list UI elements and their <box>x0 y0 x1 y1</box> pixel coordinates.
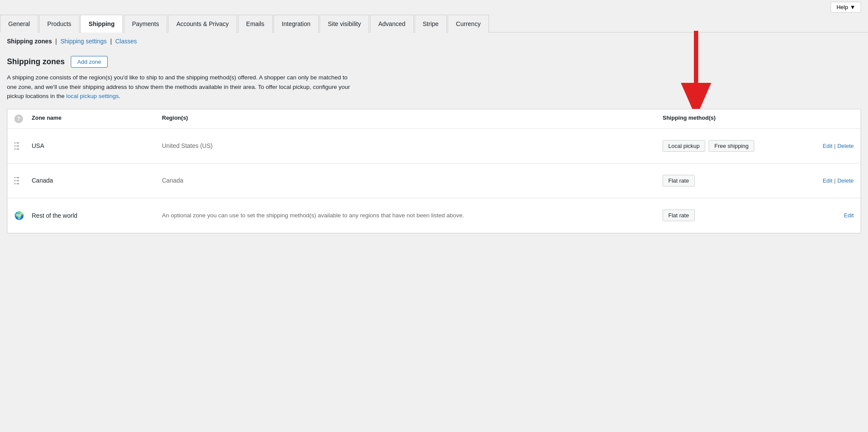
zone-name-canada: Canada <box>32 177 162 184</box>
section-title: Shipping zones <box>7 57 65 66</box>
method-badge-flat-rate-world: Flat rate <box>663 209 695 221</box>
zone-name-rest-of-world: Rest of the world <box>32 212 162 219</box>
tab-currency[interactable]: Currency <box>448 15 489 33</box>
table-header: ? Zone name Region(s) Shipping method(s) <box>7 109 861 129</box>
methods-usa: Local pickup Free shipping <box>663 140 793 152</box>
table-row: Canada Canada Flat rate Edit | Delete <box>7 164 861 198</box>
sub-navigation: Shipping zones | Shipping settings | Cla… <box>7 33 861 48</box>
method-badge-local-pickup: Local pickup <box>663 140 705 152</box>
delete-usa-link[interactable]: Delete <box>837 143 854 149</box>
question-icon[interactable]: ? <box>14 115 23 123</box>
tab-advanced[interactable]: Advanced <box>370 15 413 33</box>
tab-shipping[interactable]: Shipping <box>80 15 123 33</box>
zone-name-usa: USA <box>32 142 162 149</box>
subnav-link-shipping-settings[interactable]: Shipping settings <box>60 38 107 45</box>
subnav-current: Shipping zones <box>7 38 52 45</box>
row-actions-canada: Edit | Delete <box>793 177 854 184</box>
methods-canada: Flat rate <box>663 175 793 187</box>
header-shipping-methods: Shipping method(s) <box>663 115 793 123</box>
description-text: A shipping zone consists of the region(s… <box>7 74 350 99</box>
methods-rest-of-world: Flat rate <box>663 209 793 221</box>
table-row: 🌍 Rest of the world An optional zone you… <box>7 198 861 233</box>
header-icon-col: ? <box>14 115 32 123</box>
header-zone-name: Zone name <box>32 115 162 123</box>
add-zone-button[interactable]: Add zone <box>71 56 108 68</box>
tab-emails[interactable]: Emails <box>238 15 273 33</box>
delete-canada-link[interactable]: Delete <box>837 177 854 184</box>
help-label: Help <box>836 4 848 10</box>
local-pickup-link[interactable]: local pickup settings <box>66 93 119 99</box>
shipping-zones-table: ? Zone name Region(s) Shipping method(s) <box>7 109 861 233</box>
row-actions-usa: Edit | Delete <box>793 143 854 149</box>
main-content: Shipping zones | Shipping settings | Cla… <box>0 33 868 244</box>
region-rest-of-world: An optional zone you can use to set the … <box>162 211 663 220</box>
method-badge-free-shipping: Free shipping <box>709 140 754 152</box>
drag-handle-canada[interactable] <box>14 177 32 184</box>
tab-site-visibility[interactable]: Site visibility <box>320 15 369 33</box>
drag-handle-usa[interactable] <box>14 142 32 150</box>
row-actions-rest-of-world: Edit <box>793 212 854 219</box>
table-row: USA United States (US) Local pickup Free… <box>7 129 861 164</box>
help-chevron: ▼ <box>850 4 855 10</box>
globe-icon: 🌍 <box>14 211 32 220</box>
section-title-row: Shipping zones Add zone <box>7 56 861 68</box>
tab-stripe[interactable]: Stripe <box>415 15 447 33</box>
tab-payments[interactable]: Payments <box>124 15 167 33</box>
section-description: A shipping zone consists of the region(s… <box>7 73 354 101</box>
tab-integration[interactable]: Integration <box>274 15 319 33</box>
tab-accounts-privacy[interactable]: Accounts & Privacy <box>168 15 237 33</box>
tab-products[interactable]: Products <box>39 15 79 33</box>
edit-rest-of-world-link[interactable]: Edit <box>844 212 854 219</box>
help-button[interactable]: Help ▼ <box>831 2 861 13</box>
header-regions: Region(s) <box>162 115 663 123</box>
region-canada: Canada <box>162 177 663 184</box>
edit-canada-link[interactable]: Edit <box>823 177 832 184</box>
region-usa: United States (US) <box>162 142 663 149</box>
method-badge-flat-rate-canada: Flat rate <box>663 175 695 187</box>
subnav-link-classes[interactable]: Classes <box>116 38 137 45</box>
tabs-bar: GeneralProductsShippingPaymentsAccounts … <box>0 14 868 33</box>
shipping-zones-table-wrapper: ? Zone name Region(s) Shipping method(s) <box>7 109 861 233</box>
edit-usa-link[interactable]: Edit <box>823 143 832 149</box>
tab-general[interactable]: General <box>0 15 38 33</box>
header-actions <box>793 115 854 123</box>
